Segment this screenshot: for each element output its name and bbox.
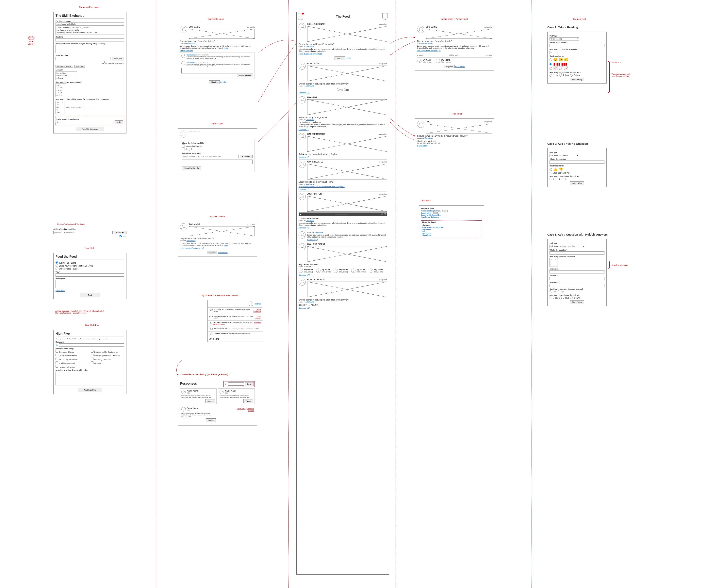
post-desc-input[interactable] xyxy=(56,280,124,288)
divider-3 xyxy=(395,0,395,588)
invites-label: Invites/Responses Dialog (for Exchange P… xyxy=(182,373,228,376)
post-icon[interactable] xyxy=(382,13,387,18)
chip-kungfu[interactable]: Kung Fu ⊗ xyxy=(74,65,85,68)
brace-icon xyxy=(608,61,610,93)
post-title-input[interactable] xyxy=(56,274,124,277)
hide-comments-link[interactable]: Hide Comments xyxy=(180,50,255,52)
feed-body: SKILL EXCHANGExxx points Do you have mad… xyxy=(297,21,389,311)
feed-title: The Feed xyxy=(336,15,350,18)
poll-taken-label: Poll Taken xyxy=(452,113,463,115)
post-highfive-button[interactable]: Post High-Five xyxy=(78,388,102,392)
skill-exchange-title: The Skill Exchange xyxy=(56,14,124,19)
arrows-svg-2 xyxy=(257,24,298,182)
comments-box: Username 10/17/13 2:45PSTLorem ipsum dol… xyxy=(180,53,255,79)
invite-label: Invite people to participate xyxy=(57,118,123,120)
arrow-icon xyxy=(172,359,184,377)
arrows-svg xyxy=(389,26,417,204)
post-comment-button[interactable]: Post Comment xyxy=(237,74,253,78)
case1-label: Case 1: Take a Reading xyxy=(547,26,578,29)
time-select[interactable]: < 1hr▾ 1-2 hrs 2-4 hrs 4-8 hrs 8+ hrs xyxy=(56,84,66,97)
desc-input[interactable] xyxy=(56,45,124,53)
signup-panel: EXCHANGE I have the following skills: Ma… xyxy=(178,128,257,174)
points-label: How many points will be earned for compl… xyxy=(56,98,124,100)
chip-mandarin[interactable]: Mandarin Chinese ⊗ xyxy=(56,65,73,68)
feed-form-title: Feed the Feed xyxy=(56,255,124,259)
location-select[interactable]: home office satellite office in home xyxy=(56,71,77,80)
invite-search[interactable] xyxy=(60,121,113,124)
also-skill-input[interactable] xyxy=(182,155,239,158)
image-placeholder xyxy=(189,29,255,39)
comment-input[interactable] xyxy=(181,68,253,73)
poll-case3-panel: Poll Type ask a multiple answer question… xyxy=(547,239,607,306)
r3[interactable] xyxy=(56,267,58,270)
case3-label: Case 3: Ask a Question with Multiple Ans… xyxy=(547,233,608,236)
post-menu-label: Post Menu xyxy=(421,199,431,202)
brace-icon-2 xyxy=(608,260,610,269)
applied-label: "Applied" Status xyxy=(209,215,225,218)
canvas: Case 1 Case 2 Case 3 Case 4 Create an Ex… xyxy=(0,0,708,588)
sidebar-panel: Settings +20POLL CREATED: What's the bes… xyxy=(207,300,263,342)
details-panel: EXCHANGExxx points Do you have mad Power… xyxy=(415,24,494,70)
desc-label: Description: Who and what are you lookin… xyxy=(56,43,124,44)
details-open-label: Details Open (+ "more" text) xyxy=(441,18,468,20)
badge-icon xyxy=(302,13,304,14)
location-label: Location xyxy=(56,69,124,71)
play-icon: ▶ xyxy=(300,213,301,215)
replace-skills-note: Replace "skills required" for Case 4 xyxy=(57,223,85,225)
complete-signup-button[interactable]: Complete Sign Up xyxy=(182,166,201,170)
avatar-icon xyxy=(180,26,187,33)
give-highfive-label: Give High-Five xyxy=(85,324,99,326)
post-stuff-label: Post Stuff xyxy=(85,247,94,249)
hamburger-icon[interactable] xyxy=(298,13,303,18)
recipient-input[interactable] xyxy=(59,343,124,346)
comments-open-label: Comments Open xyxy=(207,18,224,20)
skills-required-label: Skills Required xyxy=(56,55,124,57)
highfive-panel: High Five Show you care. Do it today! Co… xyxy=(53,330,126,394)
applied-panel: EXCHANGExxx points Do you have mad Power… xyxy=(178,221,257,256)
no-particular[interactable]: No particular skills required xyxy=(56,61,124,64)
points-select[interactable]: 20▾ 40 60 80 100 xyxy=(56,101,64,114)
add-skill-button[interactable]: + Add Skill xyxy=(112,57,124,60)
skill-chips: Mandarin Chinese ⊗ Kung Fu ⊗ xyxy=(56,65,124,68)
other-amt-input[interactable] xyxy=(83,106,95,109)
exchange-type-select[interactable]: I need some skilled help▾ xyxy=(56,23,124,26)
invite-button[interactable]: Invite xyxy=(115,120,123,124)
add-video-link[interactable]: + Add Video xyxy=(56,290,124,291)
offered-skill-input[interactable] xyxy=(53,231,113,234)
poll-case1-panel: Poll Type take a reading▾ What's the que… xyxy=(547,32,607,84)
skill-exchange-panel: The Skill Exchange For this exchange: I … xyxy=(53,12,126,133)
skill-input[interactable] xyxy=(56,57,111,60)
headline-label: Headline xyxy=(56,36,124,38)
create-exchange-label: Create an Exchange xyxy=(79,6,99,8)
responses-panel: Responses 🔍Invite Name NametitleLorem ip… xyxy=(178,379,257,426)
post-exchange-button[interactable]: Post This Exchange xyxy=(76,127,104,131)
comments-panel: EXCHANGExxx points Do you have mad Power… xyxy=(178,24,257,86)
signup-button[interactable]: Sign Up xyxy=(209,80,220,84)
poll-type-select[interactable]: take a reading▾ xyxy=(550,37,579,40)
headline-input[interactable] xyxy=(56,38,124,41)
poll-case2-panel: Poll Type ask a yes/no question▾ What's … xyxy=(547,148,607,187)
exchange-type-options[interactable]: There's something that requires group ef… xyxy=(56,26,124,35)
howlong-label: How long is this going to take? xyxy=(56,81,124,83)
for-exchange-label: For this exchange: xyxy=(56,20,124,22)
sidebar-label: My Sidebar - Poster & Postee Content xyxy=(202,294,238,297)
skills-offered-block: Skills Offered (Your Skills) + Add Skill… xyxy=(53,227,126,238)
add-skill-button-2[interactable]: + Add Skill xyxy=(114,230,126,234)
feed-phone: My Stuff The Feed Post SKILL EXCHANGExxx… xyxy=(296,12,389,575)
other-amt-label: other point amount xyxy=(66,106,82,109)
signup-open-label: Signup Open xyxy=(211,122,224,125)
create-poll-label: Create a Poll xyxy=(573,18,586,20)
bonus-hint: Add bonus points if hyperlink added + mo… xyxy=(55,310,104,314)
feed-form-panel: Feed the Feed Just for Fun - 10pts Share… xyxy=(53,253,126,299)
details-link[interactable]: Details xyxy=(220,81,226,83)
why-input[interactable] xyxy=(56,372,124,385)
case2-label: Case 2: Ask a Yes/No Question xyxy=(547,142,588,145)
r2[interactable] xyxy=(56,264,58,267)
invite-block: Invite people to participate 🔍Invite xyxy=(56,116,124,125)
volume-icon: 🔊 ⛶ xyxy=(381,213,386,215)
video-controls[interactable]: ▶━━━━━━━━━━━━━🔊 ⛶ xyxy=(299,212,387,216)
r1[interactable] xyxy=(56,261,58,264)
divider-1 xyxy=(156,0,156,588)
post-button[interactable]: Post xyxy=(80,293,100,297)
cases-label: Case 1 Case 2 Case 3 Case 4 xyxy=(28,35,35,45)
